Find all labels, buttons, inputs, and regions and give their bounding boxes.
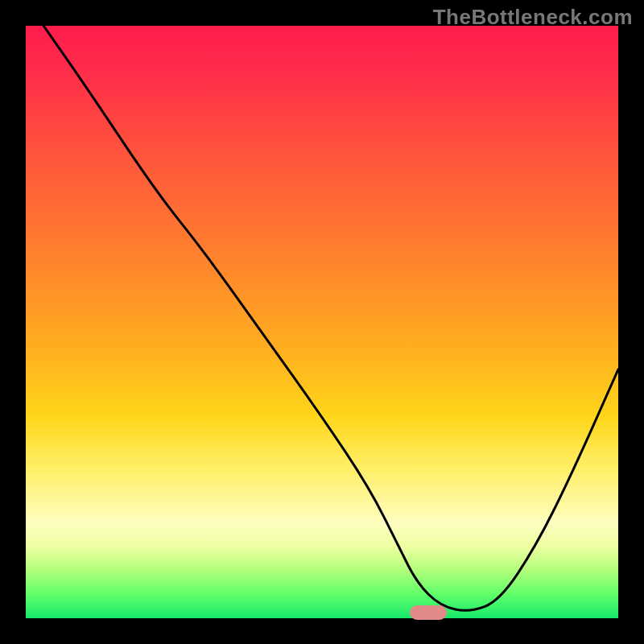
plot-area xyxy=(26,26,618,618)
chart-frame: TheBottleneck.com xyxy=(0,0,644,644)
bottleneck-curve xyxy=(26,26,618,618)
optimal-range-marker xyxy=(410,605,447,620)
